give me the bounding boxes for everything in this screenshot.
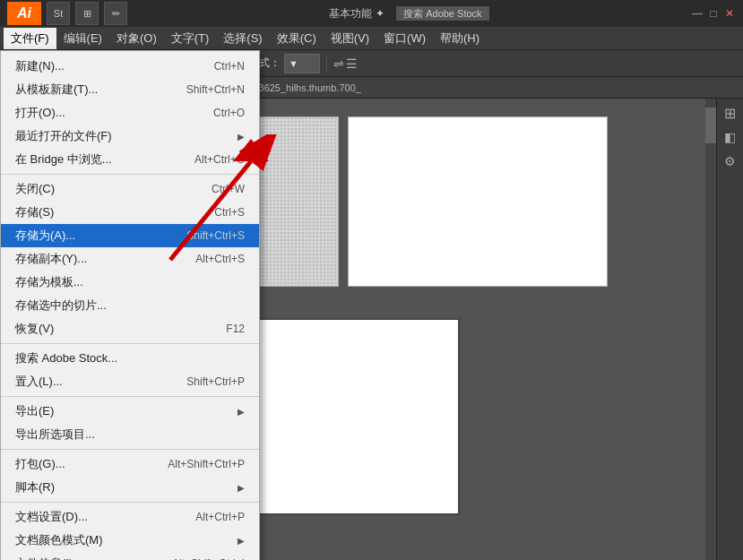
toolbar-right-icons: ⇌ ☰ <box>333 56 358 71</box>
sep-4 <box>1 449 259 450</box>
menu-bar: 文件(F) 编辑(E) 对象(O) 文字(T) 选择(S) 效果(C) 视图(V… <box>0 27 743 50</box>
menu-revert[interactable]: 恢复(V) F12 <box>1 317 259 340</box>
menu-open[interactable]: 打开(O)... Ctrl+O <box>1 101 259 125</box>
sep-1 <box>1 174 259 175</box>
menu-save-slices[interactable]: 存储选中的切片... <box>1 294 259 317</box>
ai-logo: Ai <box>7 2 41 25</box>
menu-browse-bridge[interactable]: 在 Bridge 中浏览... Alt+Ctrl+O <box>1 148 259 171</box>
right-panel: ⊞ ◧ ⚙ <box>716 99 743 560</box>
file-dropdown-overlay: 新建(N)... Ctrl+N 从模板新建(T)... Shift+Ctrl+N… <box>0 50 260 560</box>
sep-5 <box>1 502 259 503</box>
menu-save[interactable]: 存储(S) Ctrl+S <box>1 201 259 224</box>
title-bar-left: Ai St ⊞ ✏ <box>7 2 127 25</box>
sep-3 <box>1 396 259 397</box>
sep-2 <box>1 343 259 344</box>
vertical-scrollbar[interactable] <box>705 99 716 560</box>
menu-save-as[interactable]: 存储为(A)... Shift+Ctrl+S <box>1 224 259 247</box>
panel-tool-3[interactable]: ⚙ <box>720 151 741 172</box>
menu-file[interactable]: 文件(F) <box>4 28 56 49</box>
opacity-value: ▼ <box>289 58 298 69</box>
menu-search-stock[interactable]: 搜索 Adobe Stock... <box>1 347 259 370</box>
menu-package[interactable]: 打包(G)... Alt+Shift+Ctrl+P <box>1 452 259 476</box>
menu-new[interactable]: 新建(N)... Ctrl+N <box>1 55 259 78</box>
menu-object[interactable]: 对象(O) <box>109 28 164 49</box>
title-icon-pen: ✏ <box>104 2 127 25</box>
basic-function-label: 基本功能 ✦ <box>329 7 384 20</box>
menu-scripts[interactable]: 脚本(R) ▶ <box>1 476 259 499</box>
menu-help[interactable]: 帮助(H) <box>433 28 487 49</box>
menu-save-template[interactable]: 存储为模板... <box>1 271 259 294</box>
panel-tool-2[interactable]: ◧ <box>720 126 741 148</box>
menu-export[interactable]: 导出(E) ▶ <box>1 400 259 423</box>
menu-color-mode[interactable]: 文档颜色模式(M) ▶ <box>1 529 259 552</box>
menu-text[interactable]: 文字(T) <box>164 28 217 49</box>
menu-new-from-template[interactable]: 从模板新建(T)... Shift+Ctrl+N <box>1 78 259 101</box>
opacity-input[interactable]: ▼ <box>284 54 320 73</box>
search-stock-btn[interactable]: 搜索 Adobe Stock <box>396 6 488 21</box>
window-controls: — □ ✕ <box>691 7 736 20</box>
menu-window[interactable]: 窗口(W) <box>376 28 433 49</box>
file-dropdown-menu: 新建(N)... Ctrl+N 从模板新建(T)... Shift+Ctrl+N… <box>0 50 260 560</box>
menu-effect[interactable]: 效果(C) <box>270 28 324 49</box>
canvas-page-2 <box>348 116 608 287</box>
align-icon[interactable]: ⇌ <box>333 56 344 71</box>
maximize-btn[interactable]: □ <box>707 7 720 20</box>
menu-file-info[interactable]: 文件信息(I)... Alt+Shift+Ctrl+I <box>1 552 259 560</box>
panel-tool-1[interactable]: ⊞ <box>720 102 741 124</box>
scroll-thumb[interactable] <box>705 108 716 143</box>
menu-view[interactable]: 视图(V) <box>324 28 376 49</box>
arrange-icon[interactable]: ☰ <box>346 56 358 71</box>
menu-export-selected[interactable]: 导出所选项目... <box>1 423 259 446</box>
menu-edit[interactable]: 编辑(E) <box>56 28 109 49</box>
menu-doc-settings[interactable]: 文档设置(D)... Alt+Ctrl+P <box>1 505 259 529</box>
menu-place[interactable]: 置入(L)... Shift+Ctrl+P <box>1 370 259 393</box>
title-bar-center: 基本功能 ✦ 搜索 Adobe Stock <box>127 6 691 22</box>
title-icon-grid: ⊞ <box>75 2 99 25</box>
title-icon-st: St <box>47 2 70 25</box>
minimize-btn[interactable]: — <box>691 7 704 20</box>
toolbar-sep-2 <box>326 56 327 72</box>
menu-close[interactable]: 关闭(C) Ctrl+W <box>1 177 259 201</box>
menu-open-recent[interactable]: 最近打开的文件(F) ▶ <box>1 125 259 148</box>
close-btn[interactable]: ✕ <box>723 7 736 20</box>
menu-select[interactable]: 选择(S) <box>216 28 269 49</box>
menu-save-copy[interactable]: 存储副本(Y)... Alt+Ctrl+S <box>1 247 259 271</box>
title-bar: Ai St ⊞ ✏ 基本功能 ✦ 搜索 Adobe Stock — □ ✕ <box>0 0 743 27</box>
